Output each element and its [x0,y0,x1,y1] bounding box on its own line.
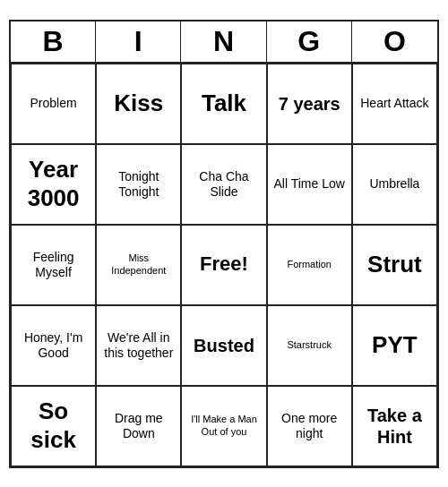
cell-text: Umbrella [369,176,419,192]
bingo-cell: Miss Independent [96,225,181,305]
bingo-cell: Problem [11,64,96,144]
cell-text: 7 years [279,93,340,115]
bingo-cell: Tonight Tonight [96,144,181,225]
cell-text: Honey, I'm Good [15,330,91,361]
bingo-header: BINGO [11,21,437,64]
bingo-cell: One more night [267,386,352,466]
bingo-cell: So sick [11,386,96,466]
bingo-cell: Heart Attack [352,64,437,144]
bingo-cell: Free! [181,225,266,305]
bingo-cell: We're All in this together [96,305,181,386]
header-letter: N [181,21,266,62]
header-letter: I [96,21,181,62]
cell-text: Take a Hint [357,405,433,448]
cell-text: Cha Cha Slide [185,169,262,200]
cell-text: Talk [202,90,246,117]
cell-text: I'll Make a Man Out of you [185,414,262,437]
cell-text: Feeling Myself [15,250,91,280]
bingo-cell: Strut [352,225,437,305]
cell-text: Heart Attack [360,96,428,111]
cell-text: Free! [200,252,248,276]
bingo-cell: Starstruck [267,305,352,386]
cell-text: PYT [372,331,418,359]
bingo-cell: Talk [181,64,266,144]
cell-text: Problem [30,96,77,111]
bingo-cell: All Time Low [267,144,352,225]
cell-text: So sick [15,397,91,453]
bingo-cell: Cha Cha Slide [181,144,266,225]
cell-text: We're All in this together [100,330,177,361]
bingo-cell: 7 years [267,64,352,144]
bingo-cell: Drag me Down [96,386,181,466]
bingo-cell: Year 3000 [11,144,96,225]
cell-text: All Time Low [274,176,345,192]
cell-text: Starstruck [287,339,332,351]
bingo-grid: ProblemKissTalk7 yearsHeart AttackYear 3… [11,64,437,466]
cell-text: Miss Independent [100,252,177,276]
bingo-cell: Umbrella [352,144,437,225]
cell-text: Kiss [114,90,163,117]
bingo-cell: Feeling Myself [11,225,96,305]
header-letter: G [267,21,352,62]
bingo-cell: Kiss [96,64,181,144]
cell-text: Busted [194,335,254,356]
cell-text: Drag me Down [100,411,177,441]
header-letter: B [11,21,96,62]
bingo-cell: PYT [352,305,437,386]
cell-text: Tonight Tonight [100,169,177,200]
cell-text: Strut [367,251,422,278]
bingo-cell: Take a Hint [352,386,437,466]
cell-text: One more night [271,411,348,441]
bingo-cell: I'll Make a Man Out of you [181,386,266,466]
cell-text: Formation [287,259,332,270]
bingo-cell: Formation [267,225,352,305]
cell-text: Year 3000 [15,156,91,211]
bingo-card: BINGO ProblemKissTalk7 yearsHeart Attack… [9,20,439,468]
header-letter: O [352,21,437,62]
bingo-cell: Honey, I'm Good [11,305,96,386]
bingo-cell: Busted [181,305,266,386]
